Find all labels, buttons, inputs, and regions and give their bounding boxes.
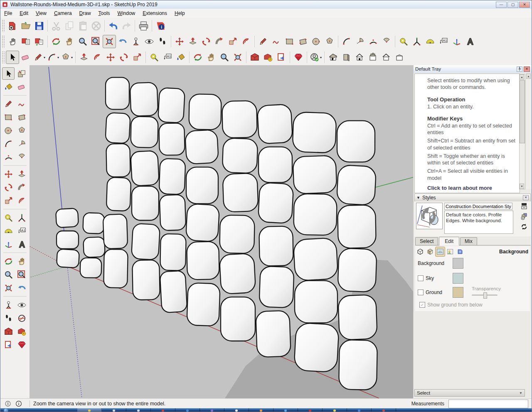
undo-button[interactable]	[106, 19, 120, 32]
measurements-input[interactable]	[448, 400, 528, 408]
eraser-button[interactable]	[19, 51, 32, 64]
ground-checkbox[interactable]	[418, 289, 424, 295]
toolbar-grip[interactable]	[2, 35, 5, 48]
component-options-button[interactable]	[19, 35, 32, 48]
push-pull-button[interactable]	[77, 51, 91, 64]
open-button[interactable]	[19, 19, 32, 32]
slider-thumb[interactable]	[483, 292, 487, 299]
two-point-arc-button[interactable]	[15, 137, 28, 150]
dropdown-caret-icon[interactable]: ▾	[71, 56, 73, 59]
taskbar-app-button[interactable]	[347, 408, 372, 412]
pie-button[interactable]	[380, 35, 393, 48]
info-icon[interactable]	[15, 400, 22, 407]
sky-swatch[interactable]	[453, 273, 463, 284]
look-around-button[interactable]	[15, 299, 28, 311]
taskbar-app-button[interactable]	[200, 408, 224, 412]
collapsed-panel-select[interactable]: Select ▼	[414, 389, 525, 397]
rectangle-button[interactable]	[2, 111, 15, 123]
share-component-button[interactable]	[2, 338, 15, 351]
copy-button[interactable]	[63, 19, 76, 32]
expand-caret-icon[interactable]: ▼	[519, 391, 522, 395]
instructor-scrollbar[interactable]: ▲ ▼	[519, 74, 525, 189]
new-button[interactable]	[6, 19, 19, 32]
taskbar-app-button[interactable]	[273, 408, 298, 412]
scroll-up-icon[interactable]: ▲	[520, 74, 524, 80]
taskbar-app-button[interactable]	[151, 408, 175, 412]
polygon-button[interactable]	[15, 124, 28, 137]
zoom-extents-button[interactable]	[2, 282, 15, 294]
menu-draw[interactable]: Draw	[76, 9, 95, 17]
menu-view[interactable]: View	[32, 9, 50, 17]
pan-button[interactable]	[15, 255, 28, 267]
text-button[interactable]: A1	[161, 51, 174, 64]
arcs-button[interactable]: ▾	[46, 51, 60, 64]
zoom-button[interactable]	[218, 51, 231, 64]
tray-scrollbar[interactable]: ▲	[526, 74, 532, 189]
model-viewport[interactable]	[30, 65, 413, 398]
push-pull-button[interactable]	[15, 168, 28, 180]
share-model-button[interactable]	[261, 51, 275, 64]
paint-bucket-button[interactable]	[174, 51, 187, 64]
3d-warehouse-button[interactable]	[248, 51, 261, 64]
menu-tools[interactable]: Tools	[95, 9, 114, 17]
view-front-button[interactable]	[353, 51, 366, 64]
toolbar-grip[interactable]	[2, 51, 5, 64]
scroll-down-icon[interactable]: ▼	[520, 184, 524, 189]
arc-button[interactable]	[2, 137, 15, 150]
polygon-button[interactable]	[323, 35, 336, 48]
secondary-pane-icon[interactable]	[520, 202, 528, 211]
pan-button[interactable]	[204, 51, 218, 64]
zoom-previous-button[interactable]	[116, 35, 129, 48]
colored-axes-button[interactable]	[2, 238, 15, 250]
save-button[interactable]	[32, 19, 46, 32]
arc-button[interactable]	[340, 35, 353, 48]
zoom-button[interactable]	[76, 35, 89, 48]
dimension-button[interactable]	[410, 35, 424, 48]
show-ground-checkbox[interactable]: ✓	[419, 302, 425, 308]
text-button[interactable]: A1	[15, 225, 28, 237]
edge-settings-button[interactable]	[415, 247, 425, 257]
walk-button[interactable]	[156, 35, 169, 48]
start-orb-icon[interactable]	[4, 409, 8, 412]
taskbar-app-button[interactable]	[77, 408, 102, 412]
eraser-button[interactable]	[15, 81, 28, 93]
background-settings-button[interactable]	[435, 247, 445, 257]
follow-me-button[interactable]	[213, 35, 226, 48]
taskbar-app-button[interactable]	[298, 408, 323, 412]
tape-measure-button[interactable]	[397, 35, 410, 48]
scale-button[interactable]	[131, 51, 144, 64]
freehand-button[interactable]	[270, 35, 283, 48]
taskbar-app-button[interactable]	[372, 408, 396, 412]
rectangle-button[interactable]	[283, 35, 296, 48]
section-plane-button[interactable]	[15, 312, 28, 324]
redo-button[interactable]	[120, 19, 133, 32]
close-button[interactable]: ✕	[519, 2, 530, 8]
model-canvas[interactable]	[30, 65, 413, 398]
taskbar-app-button[interactable]	[249, 408, 273, 412]
component-attributes-button[interactable]	[32, 35, 46, 48]
tray-close-icon[interactable]: ✕	[524, 66, 530, 72]
zoom-button[interactable]	[2, 268, 15, 281]
select-button[interactable]	[2, 67, 15, 80]
axes-button[interactable]	[450, 35, 463, 48]
tray-header[interactable]: Default Tray ╄ ✕	[414, 65, 532, 73]
line-button[interactable]: ▾	[32, 51, 46, 64]
push-pull-button[interactable]	[186, 35, 200, 48]
taskbar-app-button[interactable]	[224, 408, 249, 412]
cut-button[interactable]	[49, 19, 63, 32]
model-info-button[interactable]: i	[154, 19, 167, 32]
position-camera-button[interactable]	[2, 299, 15, 311]
menu-extensions[interactable]: Extensions	[139, 9, 171, 17]
dropdown-caret-icon[interactable]: ▾	[44, 56, 45, 59]
menu-camera[interactable]: Camera	[50, 9, 76, 17]
menu-edit[interactable]: Edit	[16, 9, 32, 17]
extension-warehouse-button[interactable]	[292, 51, 305, 64]
scrollbar-thumb[interactable]	[520, 80, 525, 143]
taskbar-app-button[interactable]	[102, 408, 126, 412]
menu-help[interactable]: Help	[171, 9, 189, 17]
rotated-rectangle-button[interactable]	[15, 111, 28, 123]
move-button[interactable]	[173, 35, 186, 48]
styles-panel-header[interactable]: ▼ Styles ✕	[414, 194, 531, 202]
collapse-caret-icon[interactable]: ▼	[416, 196, 420, 200]
face-settings-button[interactable]	[425, 247, 435, 257]
